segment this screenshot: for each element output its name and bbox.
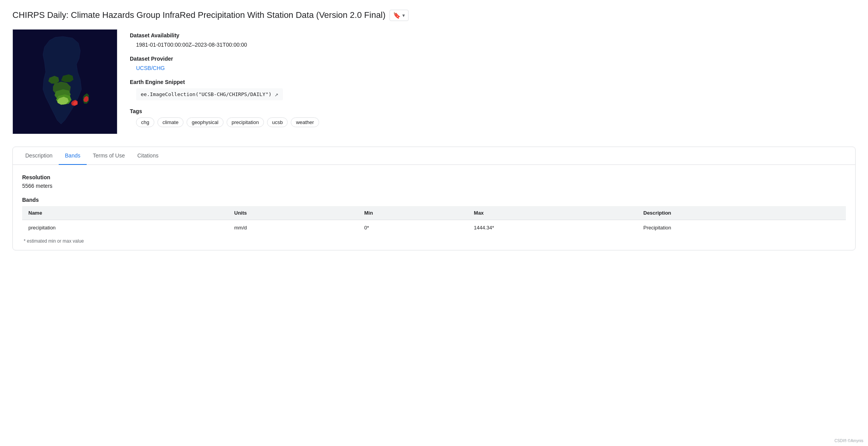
table-row: precipitationmm/d0*1444.34*Precipitation <box>22 220 846 235</box>
resolution-label: Resolution <box>22 174 846 180</box>
tab-citations[interactable]: Citations <box>131 147 164 165</box>
bands-label: Bands <box>22 197 846 203</box>
tag-item: ucsb <box>267 117 288 127</box>
meta-details: Dataset Availability 1981-01-01T00:00:00… <box>130 29 856 134</box>
table-footnote: * estimated min or max value <box>22 238 846 244</box>
resolution-value: 5566 meters <box>22 183 846 189</box>
tag-item: geophysical <box>187 117 224 127</box>
tags-label: Tags <box>130 108 856 114</box>
tabs-bar: DescriptionBandsTerms of UseCitations <box>13 147 855 165</box>
cell-max: 1444.34* <box>468 220 637 235</box>
availability-label: Dataset Availability <box>130 32 856 38</box>
cell-units: mm/d <box>228 220 358 235</box>
provider-value: UCSB/CHG <box>130 65 856 71</box>
bookmark-button[interactable]: 🔖 ▾ <box>389 10 409 21</box>
tags-container: chgclimategeophysicalprecipitationucsbwe… <box>130 117 856 127</box>
page-title: CHIRPS Daily: Climate Hazards Group Infr… <box>12 9 856 21</box>
tabs-section: DescriptionBandsTerms of UseCitations Re… <box>12 147 856 250</box>
snippet-block: ee.ImageCollection("UCSB-CHG/CHIRPS/DAIL… <box>136 88 283 100</box>
provider-link[interactable]: UCSB/CHG <box>136 65 165 71</box>
bands-table: NameUnitsMinMaxDescription precipitation… <box>22 206 846 235</box>
tag-item: climate <box>157 117 183 127</box>
table-header-min: Min <box>358 206 468 220</box>
cell-description: Precipitation <box>637 220 846 235</box>
cell-min: 0* <box>358 220 468 235</box>
meta-section: Dataset Availability 1981-01-01T00:00:00… <box>12 29 856 134</box>
snippet-code: ee.ImageCollection("UCSB-CHG/CHIRPS/DAIL… <box>141 91 272 97</box>
provider-label: Dataset Provider <box>130 56 856 62</box>
table-header-row: NameUnitsMinMaxDescription <box>22 206 846 220</box>
table-body: precipitationmm/d0*1444.34*Precipitation <box>22 220 846 235</box>
tab-description[interactable]: Description <box>19 147 59 165</box>
table-header-max: Max <box>468 206 637 220</box>
map-thumbnail <box>12 29 117 134</box>
tab-bands[interactable]: Bands <box>59 147 87 165</box>
tag-item: weather <box>291 117 319 127</box>
cell-name: precipitation <box>22 220 228 235</box>
table-header-units: Units <box>228 206 358 220</box>
dropdown-icon: ▾ <box>402 12 405 18</box>
tab-content-bands: Resolution 5566 meters Bands NameUnitsMi… <box>13 165 855 250</box>
tag-item: precipitation <box>227 117 264 127</box>
tag-item: chg <box>136 117 154 127</box>
table-header-description: Description <box>637 206 846 220</box>
table-header-name: Name <box>22 206 228 220</box>
snippet-label: Earth Engine Snippet <box>130 79 856 85</box>
availability-value: 1981-01-01T00:00:00Z–2023-08-31T00:00:00 <box>130 42 856 48</box>
bookmark-icon: 🔖 <box>393 12 401 19</box>
title-text: CHIRPS Daily: Climate Hazards Group Infr… <box>12 9 386 21</box>
external-link-icon[interactable]: ↗ <box>275 91 279 98</box>
snippet-value: ee.ImageCollection("UCSB-CHG/CHIRPS/DAIL… <box>130 88 856 100</box>
tab-terms[interactable]: Terms of Use <box>87 147 131 165</box>
